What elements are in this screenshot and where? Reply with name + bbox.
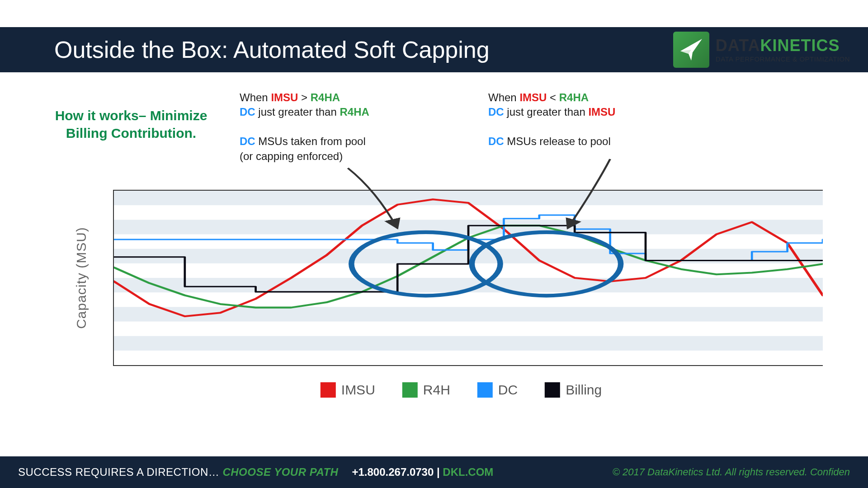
legend-label: IMSU [341,382,375,398]
footer-contact: +1.800.267.0730 | DKL.COM [352,466,493,479]
footer-tagline: SUCCESS REQUIRES A DIRECTION… CHOOSE YOU… [18,466,338,479]
ann-text: MSUs taken from pool [255,135,366,147]
ann-text: > [298,91,310,103]
ann-text: < [547,91,559,103]
footer-copyright: © 2017 DataKinetics Ltd. All rights rese… [613,466,850,478]
ann-text: When [240,91,271,103]
paper-plane-icon [673,32,709,68]
ann-dc: DC [240,135,255,147]
footer-site: DKL.COM [443,466,493,478]
legend-label: DC [498,382,518,398]
legend-label: Billing [566,382,602,398]
logo: DATAKINETICS DATA PERFORMANCE & OPTIMIZA… [673,32,850,68]
legend-swatch [321,382,336,398]
annotation-right: When IMSU < R4HA DC just greater than IM… [488,90,678,149]
ann-imsu: IMSU [519,91,547,103]
content: How it works– Minimize Billing Contribut… [45,90,841,425]
ann-text: just greater than [504,106,589,118]
footer-choose: CHOOSE YOUR PATH [222,466,338,478]
ann-dc: DC [240,106,255,118]
ann-r4ha: R4HA [340,106,369,118]
footer-text: SUCCESS REQUIRES A DIRECTION… [18,466,222,478]
logo-word-data: DATA [716,36,760,55]
legend-swatch [545,382,560,398]
ann-dc: DC [488,135,504,147]
ann-imsu: IMSU [588,106,615,118]
ann-r4ha: R4HA [559,91,589,103]
ann-text: just greater than [255,106,340,118]
footer-phone: +1.800.267.0730 [352,466,434,478]
page-title: Outside the Box: Automated Soft Capping [54,36,673,63]
ann-dc: DC [488,106,504,118]
logo-text: DATAKINETICS DATA PERFORMANCE & OPTIMIZA… [716,38,850,62]
svg-rect-6 [114,307,823,321]
legend-label: R4H [423,382,450,398]
logo-word-kinetics: KINETICS [760,36,840,55]
legend-item: IMSU [321,382,375,398]
legend-item: Billing [545,382,602,398]
legend-item: R4H [402,382,450,398]
ann-imsu: IMSU [271,91,298,103]
ann-text: When [488,91,519,103]
svg-rect-7 [114,336,823,351]
logo-tagline: DATA PERFORMANCE & OPTIMIZATION [716,56,850,62]
chart: Capacity (MSU) IMSUR4HDCBilling [99,190,823,366]
annotation-left: When IMSU > R4HA DC just greater than R4… [240,90,429,164]
footer-sep: | [434,466,443,478]
subtitle: How it works– Minimize Billing Contribut… [45,107,217,142]
legend-item: DC [477,382,518,398]
y-axis-label: Capacity (MSU) [74,227,89,329]
legend-swatch [477,382,493,398]
legend-swatch [402,382,418,398]
legend: IMSUR4HDCBilling [321,382,602,398]
header-bar: Outside the Box: Automated Soft Capping … [0,27,868,72]
ann-text: MSUs release to pool [504,135,611,147]
ann-r4ha: R4HA [311,91,340,103]
footer-bar: SUCCESS REQUIRES A DIRECTION… CHOOSE YOU… [0,456,868,488]
plot-area [113,190,823,366]
ann-text: (or capping enforced) [240,150,343,162]
